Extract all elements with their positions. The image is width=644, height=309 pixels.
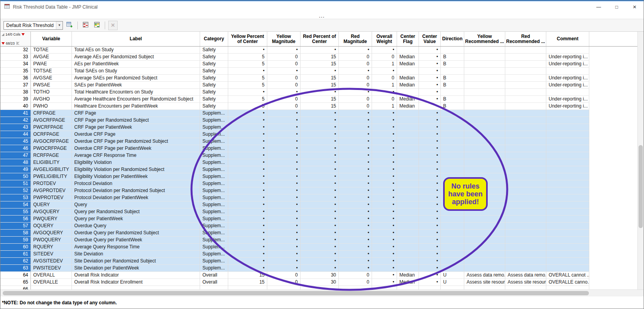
cell-comment[interactable] xyxy=(546,244,589,251)
cell-yellow_percent[interactable]: • xyxy=(228,47,267,54)
cell-red_percent[interactable]: 15 xyxy=(301,82,339,89)
cell-center_value[interactable]: • xyxy=(419,216,441,223)
cell-center_value[interactable]: • xyxy=(419,145,441,152)
row-number[interactable]: 54 xyxy=(0,201,31,208)
cell-yellow_recommended[interactable] xyxy=(464,166,505,173)
cell-red_recommended[interactable] xyxy=(505,258,546,265)
cell-label[interactable]: Eligibility Violation per PatientWeek xyxy=(72,173,200,180)
cell-variable[interactable]: ELIGIBILITY xyxy=(31,159,72,166)
cell-comment[interactable] xyxy=(546,131,589,138)
cell-comment[interactable] xyxy=(546,208,589,216)
cell-yellow_percent[interactable]: • xyxy=(228,216,267,223)
cell-comment[interactable] xyxy=(546,180,589,187)
cell-category[interactable]: Safety xyxy=(200,68,228,75)
cell-yellow_recommended[interactable] xyxy=(464,117,505,124)
cell-comment[interactable] xyxy=(546,117,589,124)
cell-yellow_magnitude[interactable]: 0 xyxy=(267,82,301,89)
cell-comment[interactable]: OVERALL cannot ... xyxy=(546,272,589,279)
ribbon-collapse-dots[interactable]: ... xyxy=(319,14,325,18)
cell-overall_weight[interactable]: 0 xyxy=(372,54,397,61)
cell-yellow_magnitude[interactable]: • xyxy=(267,166,301,173)
cell-yellow_magnitude[interactable]: • xyxy=(267,131,301,138)
cell-yellow_percent[interactable]: • xyxy=(228,265,267,272)
cell-category[interactable]: Supplem... xyxy=(200,152,228,159)
cell-comment[interactable] xyxy=(546,138,589,145)
cell-yellow_recommended[interactable] xyxy=(464,237,505,244)
cell-center_value[interactable]: • xyxy=(419,82,441,89)
cell-red_percent[interactable]: • xyxy=(301,230,339,237)
cell-red_magnitude[interactable]: • xyxy=(339,47,372,54)
cell-label[interactable]: AEs per PatientWeek xyxy=(72,61,200,68)
cell-overall_weight[interactable]: • xyxy=(372,110,397,117)
cell-overall_weight[interactable]: • xyxy=(372,201,397,208)
cell-red_recommended[interactable] xyxy=(505,173,546,180)
column-header-category[interactable]: Category xyxy=(200,32,228,46)
cell-red_magnitude[interactable]: • xyxy=(339,166,372,173)
cell-comment[interactable] xyxy=(546,230,589,237)
cell-direction[interactable]: U xyxy=(441,279,464,286)
row-number[interactable]: 49 xyxy=(0,166,31,173)
cell-yellow_percent[interactable]: • xyxy=(228,201,267,208)
cell-overall_weight[interactable]: • xyxy=(372,89,397,96)
cell-red_recommended[interactable] xyxy=(505,117,546,124)
cell-center_flag[interactable]: Median xyxy=(397,103,419,110)
cell-comment[interactable] xyxy=(546,251,589,258)
cell-red_percent[interactable]: 15 xyxy=(301,75,339,82)
cell-yellow_magnitude[interactable]: • xyxy=(267,216,301,223)
cell-red_percent[interactable]: • xyxy=(301,145,339,152)
cell-direction[interactable]: B xyxy=(441,54,464,61)
row-number[interactable]: 37 xyxy=(0,82,31,89)
cell-yellow_magnitude[interactable]: • xyxy=(267,89,301,96)
cell-yellow_recommended[interactable] xyxy=(464,96,505,103)
cell-label[interactable]: SAEs per PatientWeek xyxy=(72,82,200,89)
cell-overall_weight[interactable]: • xyxy=(372,124,397,131)
cell-yellow_recommended[interactable] xyxy=(464,223,505,230)
cell-yellow_recommended[interactable] xyxy=(464,89,505,96)
cell-label[interactable]: Average Query Response Time xyxy=(72,244,200,251)
cell-yellow_magnitude[interactable]: • xyxy=(267,223,301,230)
cell-yellow_magnitude[interactable]: 0 xyxy=(267,103,301,110)
cell-category[interactable]: Supplem... xyxy=(200,124,228,131)
cell-red_percent[interactable]: • xyxy=(301,173,339,180)
cell-yellow_percent[interactable]: 15 xyxy=(228,272,267,279)
cell-yellow_recommended[interactable] xyxy=(464,75,505,82)
cell-variable[interactable]: PWQUERY xyxy=(31,216,72,223)
row-number[interactable]: 43 xyxy=(0,124,31,131)
new-table-button[interactable] xyxy=(65,21,74,30)
cell-center_flag[interactable] xyxy=(397,223,419,230)
cell-yellow_recommended[interactable] xyxy=(464,194,505,201)
cell-category[interactable]: Supplem... xyxy=(200,237,228,244)
cell-variable[interactable]: PWHO xyxy=(31,103,72,110)
cell-center_flag[interactable]: Median xyxy=(397,96,419,103)
cell-comment[interactable] xyxy=(546,152,589,159)
cell-overall_weight[interactable]: • xyxy=(372,279,397,286)
cell-variable[interactable]: AVGQUERY xyxy=(31,208,72,216)
cell-center_value[interactable]: • xyxy=(419,265,441,272)
cell-yellow_percent[interactable]: • xyxy=(228,110,267,117)
cell-direction[interactable] xyxy=(441,223,464,230)
cell-variable[interactable]: PWSITEDEV xyxy=(31,265,72,272)
cell-center_flag[interactable] xyxy=(397,152,419,159)
cell-red_percent[interactable]: 15 xyxy=(301,96,339,103)
cell-yellow_percent[interactable]: • xyxy=(228,194,267,201)
cell-red_percent[interactable]: 30 xyxy=(301,279,339,286)
column-header-yellow_magnitude[interactable]: Yellow Magnitude xyxy=(267,32,301,46)
cell-yellow_magnitude[interactable]: • xyxy=(267,145,301,152)
cell-yellow_percent[interactable] xyxy=(228,286,267,289)
cell-center_flag[interactable] xyxy=(397,138,419,145)
cell-red_recommended[interactable] xyxy=(505,251,546,258)
row-number[interactable]: 35 xyxy=(0,68,31,75)
cell-red_magnitude[interactable]: 0 xyxy=(339,75,372,82)
cell-red_recommended[interactable] xyxy=(505,286,546,289)
cell-red_magnitude[interactable]: 0 xyxy=(339,272,372,279)
cell-red_recommended[interactable] xyxy=(505,124,546,131)
cell-red_percent[interactable]: • xyxy=(301,194,339,201)
row-number[interactable]: 62 xyxy=(0,258,31,265)
cell-red_percent[interactable]: • xyxy=(301,187,339,194)
cell-red_magnitude[interactable]: • xyxy=(339,237,372,244)
cell-label[interactable]: Healthcare Encounters per PatientWeek xyxy=(72,103,200,110)
cell-yellow_percent[interactable]: • xyxy=(228,68,267,75)
cell-comment[interactable]: Under-reporting i... xyxy=(546,82,589,89)
cell-comment[interactable]: OVERALLE canno... xyxy=(546,279,589,286)
cell-yellow_magnitude[interactable] xyxy=(267,286,301,289)
